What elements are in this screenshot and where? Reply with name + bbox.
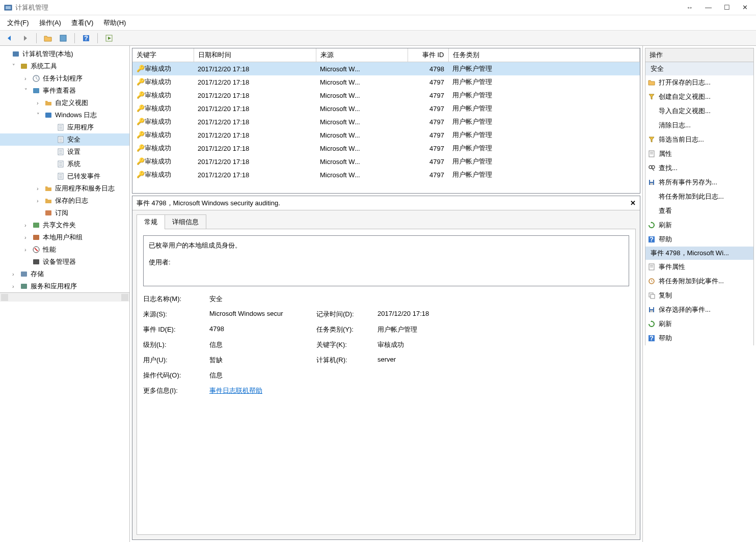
tree-item[interactable]: ›本地用户和组 [0,231,129,243]
tree-item[interactable]: ›任务计划程序 [0,72,129,85]
menu-help[interactable]: 帮助(H) [103,18,126,28]
menu-view[interactable]: 查看(V) [71,18,93,28]
forward-button[interactable] [19,33,31,44]
event-row[interactable]: 🔑审核成功2017/12/20 17:18Microsoft W...4798用… [132,62,640,76]
back-button[interactable] [4,33,15,44]
event-row[interactable]: 🔑审核成功2017/12/20 17:18Microsoft W...4797用… [132,142,640,155]
action-item[interactable]: 将所有事件另存为... [645,175,754,189]
find-icon [647,164,656,172]
tree-toggle-icon[interactable]: › [37,198,44,204]
link-online-help[interactable]: 事件日志联机帮助 [209,387,262,394]
svg-rect-7 [21,64,27,69]
event-row[interactable]: 🔑审核成功2017/12/20 17:18Microsoft W...4797用… [132,75,640,89]
tree-toggle-icon[interactable]: › [12,271,19,277]
event-row[interactable]: 🔑审核成功2017/12/20 17:18Microsoft W...4797用… [132,155,640,168]
svg-text:?: ? [650,335,654,342]
action-item[interactable]: 属性 [645,147,754,161]
event-description[interactable]: 已枚举用户的本地组成员身份。 使用者: [143,235,629,286]
col-datetime[interactable]: 日期和时间 [194,48,316,62]
tree-item[interactable]: 系统 [0,158,129,170]
tree-item[interactable]: 已转发事件 [0,170,129,182]
copy-icon [647,291,656,300]
tree-toggle-icon[interactable]: › [24,247,32,253]
tree-item[interactable]: 计算机管理(本地) [0,48,129,60]
action-item[interactable]: 查找... [645,161,754,175]
action-label: 打开保存的日志... [659,78,711,87]
tree-item[interactable]: ›存储 [0,268,129,280]
action-item[interactable]: 保存选择的事件... [645,303,754,317]
resize-handle-icon[interactable]: ↔ [686,4,693,11]
event-grid[interactable]: 关键字 日期和时间 来源 事件 ID 任务类别 🔑审核成功2017/12/20 … [132,48,640,194]
tree-toggle-icon[interactable]: › [12,283,19,289]
col-eventid[interactable]: 事件 ID [408,48,448,62]
tree-item[interactable]: ›保存的日志 [0,195,129,207]
tree-toggle-icon[interactable]: › [24,222,32,228]
action-item[interactable]: 创建自定义视图... [645,90,754,104]
tree-item[interactable]: ›应用程序和服务日志 [0,182,129,195]
folder-button[interactable] [42,33,53,44]
tree-item[interactable]: ›服务和应用程序 [0,280,129,292]
detail-close-button[interactable]: ✕ [630,199,636,207]
tree-toggle-icon[interactable]: › [24,75,32,82]
menu-action[interactable]: 操作(A) [39,18,61,28]
tree-toggle-icon[interactable]: ˅ [37,112,44,119]
tree-item[interactable]: 设备管理器 [0,256,129,268]
tree-item[interactable]: ˅事件查看器 [0,85,129,97]
blank-icon [647,193,656,201]
label-more: 更多信息(I): [143,386,209,395]
action-item[interactable]: ?帮助 [645,232,754,247]
tree-item[interactable]: 订阅 [0,207,129,219]
tree-node-icon [44,197,53,205]
tree-item[interactable]: 应用程序 [0,121,129,133]
action-item[interactable]: 刷新 [645,317,754,331]
action-label: 清除日志... [659,121,691,130]
action-item[interactable]: 打开保存的日志... [645,75,754,90]
tree-item[interactable]: ˅Windows 日志 [0,109,129,121]
col-category[interactable]: 任务类别 [448,48,640,62]
action-item[interactable]: 事件属性 [645,260,754,274]
event-row[interactable]: 🔑审核成功2017/12/20 17:18Microsoft W...4797用… [132,102,640,115]
tree-item[interactable]: ›共享文件夹 [0,219,129,231]
action-item[interactable]: 复制 [645,288,754,303]
actions-section-security: 安全 [645,62,754,75]
maximize-button[interactable]: ☐ [724,4,730,11]
action-item[interactable]: 刷新 [645,218,754,232]
save-icon [647,306,656,314]
action-item[interactable]: 查看 [645,204,754,218]
properties-button[interactable] [58,33,69,44]
col-source[interactable]: 来源 [316,48,408,62]
col-keyword[interactable]: 关键字 [132,48,194,62]
action-item[interactable]: 导入自定义视图... [645,104,754,118]
help-button[interactable]: ? [80,33,92,44]
tab-general[interactable]: 常规 [137,214,165,229]
tree-toggle-icon[interactable]: › [37,185,44,192]
event-row[interactable]: 🔑审核成功2017/12/20 17:18Microsoft W...4797用… [132,168,640,181]
tree-toggle-icon[interactable]: ˅ [24,88,32,94]
tree-item[interactable]: 设置 [0,146,129,158]
tree-toggle-icon[interactable]: › [24,234,32,240]
action-item[interactable]: 将任务附加到此日志... [645,189,754,204]
tree-toggle-icon[interactable]: ˅ [12,63,19,70]
tree-item[interactable]: ›自定义视图 [0,97,129,109]
svg-rect-36 [33,259,39,264]
close-button[interactable]: ✕ [742,4,748,11]
tree-item[interactable]: ›性能 [0,243,129,256]
action-item[interactable]: 筛选当前日志... [645,132,754,147]
event-row[interactable]: 🔑审核成功2017/12/20 17:18Microsoft W...4797用… [132,128,640,142]
tab-details[interactable]: 详细信息 [165,214,206,229]
menu-file[interactable]: 文件(F) [7,18,29,28]
label-source: 来源(S): [143,310,209,319]
action-button[interactable] [103,33,115,44]
action-item[interactable]: 将任务附加到此事件... [645,274,754,288]
action-label: 将任务附加到此日志... [659,192,724,201]
event-row[interactable]: 🔑审核成功2017/12/20 17:18Microsoft W...4797用… [132,89,640,102]
action-item[interactable]: ?帮助 [645,331,754,345]
tree-item[interactable]: 安全 [0,133,129,146]
tree-label: 系统工具 [31,62,57,71]
tree-scrollbar[interactable] [0,292,129,302]
tree-item[interactable]: ˅系统工具 [0,60,129,72]
event-row[interactable]: 🔑审核成功2017/12/20 17:18Microsoft W...4797用… [132,115,640,128]
action-item[interactable]: 清除日志... [645,118,754,132]
tree-toggle-icon[interactable]: › [37,100,44,106]
minimize-button[interactable]: — [705,4,712,11]
